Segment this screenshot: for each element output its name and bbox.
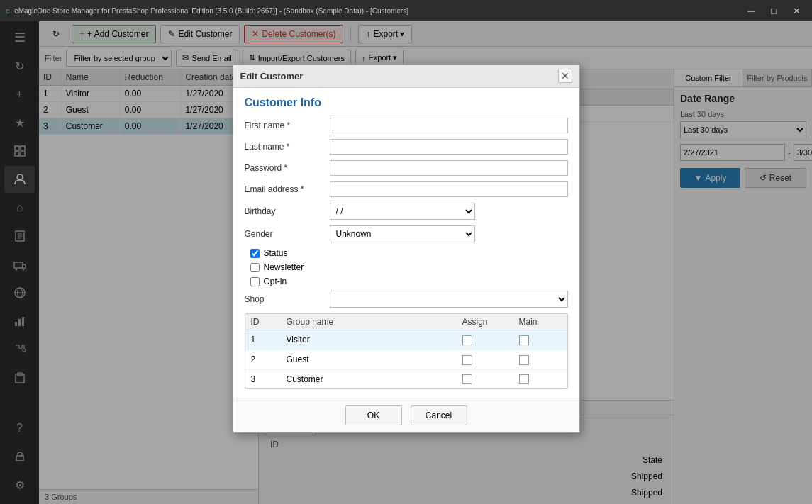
gender-row: Gender Unknown Male Female [245, 225, 568, 242]
newsletter-row: Newsletter [250, 262, 568, 272]
grid-col-assign: Assign [462, 317, 519, 327]
list-item[interactable]: 3 Customer [245, 370, 567, 389]
main-checkbox-3[interactable] [519, 374, 529, 384]
edit-customer-modal: Edit Customer ✕ Customer Info First name… [233, 64, 580, 433]
grid-id: 2 [251, 354, 287, 364]
birthday-select[interactable]: / / [330, 203, 476, 220]
list-item[interactable]: 1 Visitor [245, 330, 567, 350]
newsletter-label: Newsletter [264, 262, 304, 272]
minimize-button[interactable]: ─ [741, 3, 761, 18]
modal-footer: OK Cancel [233, 398, 579, 432]
newsletter-checkbox[interactable] [250, 263, 260, 272]
first-name-row: First name * [245, 118, 568, 133]
shop-row: Shop [245, 291, 568, 308]
status-label: Status [264, 248, 288, 258]
grid-col-id: ID [251, 317, 287, 327]
modal-titlebar: Edit Customer ✕ [233, 65, 579, 88]
email-row: Email address * [245, 181, 568, 197]
groups-grid-header: ID Group name Assign Main [245, 314, 567, 330]
app-title: eMagicOne Store Manager for PrestaShop P… [14, 7, 408, 15]
grid-name: Customer [287, 374, 462, 384]
grid-name: Visitor [287, 335, 462, 345]
modal-close-button[interactable]: ✕ [558, 69, 572, 83]
modal-body: Customer Info First name * Last name * P… [233, 88, 579, 398]
main-checkbox-1[interactable] [519, 335, 529, 345]
title-bar: e eMagicOne Store Manager for PrestaShop… [0, 0, 812, 21]
main-checkbox-2[interactable] [519, 355, 529, 365]
app-logo: e [6, 6, 10, 15]
last-name-label: Last name * [245, 142, 330, 152]
grid-id: 3 [251, 374, 287, 384]
status-row: Status [250, 248, 568, 258]
first-name-input[interactable] [330, 118, 568, 133]
modal-groups-grid: ID Group name Assign Main 1 Visitor 2 Gu… [245, 313, 568, 389]
modal-title: Edit Customer [240, 71, 304, 82]
birthday-label: Birthday [245, 206, 330, 216]
cancel-button[interactable]: Cancel [411, 405, 467, 425]
email-input[interactable] [330, 181, 568, 197]
password-input[interactable] [330, 160, 568, 176]
shop-label: Shop [245, 294, 330, 304]
assign-checkbox-1[interactable] [462, 335, 472, 345]
assign-checkbox-2[interactable] [462, 355, 472, 365]
modal-section-title: Customer Info [245, 96, 568, 109]
assign-checkbox-3[interactable] [462, 374, 472, 384]
modal-overlay: Edit Customer ✕ Customer Info First name… [0, 21, 812, 504]
gender-label: Gender [245, 229, 330, 239]
optin-row: Opt-in [250, 276, 568, 286]
first-name-label: First name * [245, 121, 330, 130]
list-item[interactable]: 2 Guest [245, 350, 567, 370]
birthday-row: Birthday / / [245, 203, 568, 220]
shop-select[interactable] [330, 291, 568, 308]
maximize-button[interactable]: □ [764, 3, 784, 18]
status-checkbox[interactable] [250, 249, 260, 258]
close-button[interactable]: ✕ [786, 3, 806, 18]
grid-col-name: Group name [287, 317, 462, 327]
optin-label: Opt-in [264, 276, 287, 286]
last-name-row: Last name * [245, 139, 568, 155]
grid-col-main: Main [519, 317, 562, 327]
email-label: Email address * [245, 184, 330, 194]
gender-select[interactable]: Unknown Male Female [330, 225, 476, 242]
grid-name: Guest [287, 354, 462, 364]
ok-button[interactable]: OK [345, 405, 402, 425]
last-name-input[interactable] [330, 139, 568, 155]
grid-id: 1 [251, 335, 287, 345]
password-label: Password * [245, 163, 330, 173]
optin-checkbox[interactable] [250, 277, 260, 286]
password-row: Password * [245, 160, 568, 176]
